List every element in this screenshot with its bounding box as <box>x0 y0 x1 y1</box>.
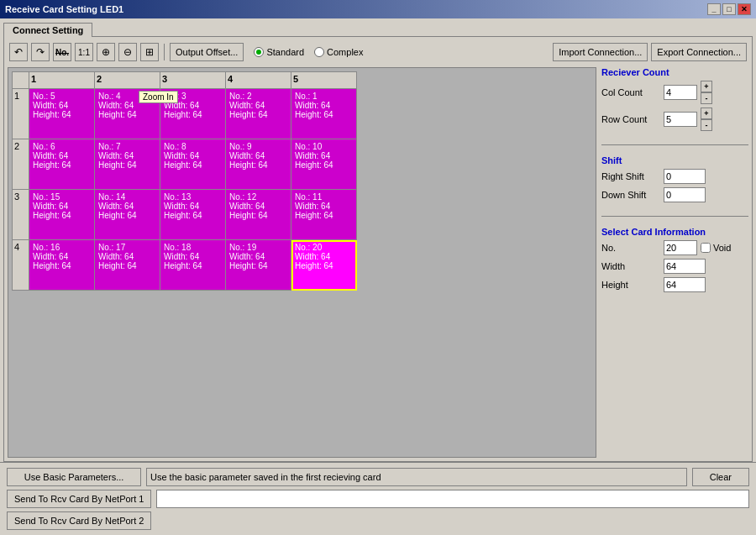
remove-button[interactable]: ⊖ <box>118 43 137 61</box>
table-row[interactable]: No.: 16Width: 64Height: 64 <box>29 240 95 291</box>
corner-header <box>13 72 29 89</box>
table-row[interactable]: No.: 8Width: 64Height: 64 <box>160 139 226 190</box>
add-icon: ⊕ <box>102 46 110 58</box>
row-count-decrement[interactable]: - <box>701 119 712 131</box>
col-header-4: 4 <box>226 72 291 89</box>
table-row[interactable]: No.: 19Width: 64Height: 64 <box>226 240 291 291</box>
card-height-label: Height <box>601 280 660 290</box>
table-row[interactable]: No.: 2Width: 64Height: 64 <box>226 89 291 139</box>
table-row[interactable]: No.: 1Width: 64Height: 64 <box>291 89 357 139</box>
right-panel: Reciever Count Col Count + - Row Count <box>601 67 748 458</box>
send-netport2-button[interactable]: Send To Rcv Card By NetPort 2 <box>7 511 151 530</box>
redo-icon: ↷ <box>36 46 45 58</box>
tab-connect-setting[interactable]: Connect Setting <box>3 23 92 37</box>
right-shift-row: Right Shift <box>601 169 748 184</box>
table-row[interactable]: No.: 18Width: 64Height: 64 <box>160 240 226 291</box>
select-card-title: Select Card Information <box>601 227 748 237</box>
remove-icon: ⊖ <box>123 46 132 58</box>
standard-radio[interactable]: Standard <box>254 47 304 57</box>
row-header-4: 4 <box>13 240 29 291</box>
void-checkbox[interactable] <box>701 243 711 253</box>
clear-button[interactable]: Clear <box>692 468 749 486</box>
right-shift-label: Right Shift <box>601 171 660 181</box>
send-netport1-button[interactable]: Send To Rcv Card By NetPort 1 <box>7 490 151 508</box>
col-count-label: Col Count <box>601 87 660 97</box>
col-header-3: 3 <box>160 72 226 89</box>
col-count-increment[interactable]: + <box>701 81 712 92</box>
col-count-decrement[interactable]: - <box>701 92 712 104</box>
table-row[interactable]: No.: 12Width: 64Height: 64 <box>226 190 291 240</box>
main-window: Connect Setting ↶ ↷ No. 1:1 ⊕ ⊖ <box>0 18 756 535</box>
row-count-increment[interactable]: + <box>701 108 712 119</box>
toolbar: ↶ ↷ No. 1:1 ⊕ ⊖ ⊞ Output Offset... <box>8 40 748 64</box>
window-controls: _ □ ✕ <box>707 3 751 15</box>
table-row[interactable]: No.: 11Width: 64Height: 64 <box>291 190 357 240</box>
one-to-one-button[interactable]: 1:1 <box>75 43 93 61</box>
col-count-input[interactable] <box>664 85 697 100</box>
maximize-button[interactable]: □ <box>722 3 736 15</box>
standard-radio-circle <box>254 47 264 57</box>
card-no-row: No. Void <box>601 240 748 255</box>
shift-title: Shift <box>601 155 748 165</box>
table-row[interactable]: No.: 15Width: 64Height: 64 <box>29 190 95 240</box>
down-shift-label: Down Shift <box>601 190 660 200</box>
table-row[interactable]: No.: 5Width: 64Height: 64 <box>29 89 95 139</box>
down-shift-input[interactable] <box>664 187 706 202</box>
import-connection-button[interactable]: Import Connection... <box>553 43 648 61</box>
grid-area: Zoom In 1 2 3 4 5 1No.: 5Width: 64Hei <box>8 67 596 458</box>
complex-label: Complex <box>327 47 363 57</box>
no-button[interactable]: No. <box>53 43 71 61</box>
minimize-button[interactable]: _ <box>707 3 721 15</box>
output-offset-button[interactable]: Output Offset... <box>170 43 244 61</box>
table-row[interactable]: No.: 7Width: 64Height: 64 <box>95 139 160 190</box>
void-checkbox-group: Void <box>701 243 731 253</box>
col-header-1: 1 <box>29 72 95 89</box>
redo-button[interactable]: ↷ <box>31 43 50 61</box>
table-row[interactable]: No.: 13Width: 64Height: 64 <box>160 190 226 240</box>
netport1-input[interactable] <box>156 490 749 508</box>
receiver-count-section: Reciever Count Col Count + - Row Count <box>601 67 748 134</box>
add-button[interactable]: ⊕ <box>97 43 115 61</box>
row-count-input[interactable] <box>664 112 697 127</box>
receiver-count-title: Reciever Count <box>601 67 748 77</box>
use-basic-hint-input <box>146 468 687 486</box>
grid-button[interactable]: ⊞ <box>140 43 159 61</box>
standard-label: Standard <box>266 47 304 57</box>
export-connection-button[interactable]: Export Connection... <box>651 43 747 61</box>
tab-bar: Connect Setting <box>0 18 756 36</box>
card-width-input[interactable] <box>664 259 706 274</box>
table-row[interactable]: No.: 9Width: 64Height: 64 <box>226 139 291 190</box>
row-count-row: Row Count + - <box>601 108 748 131</box>
down-shift-row: Down Shift <box>601 187 748 202</box>
import-export-group: Import Connection... Export Connection..… <box>553 43 747 61</box>
use-basic-params-button[interactable]: Use Basic Parameters... <box>7 468 141 486</box>
card-height-input[interactable] <box>664 277 706 292</box>
row-header-3: 3 <box>13 190 29 240</box>
undo-button[interactable]: ↶ <box>9 43 28 61</box>
window-title: Receive Card Setting LED1 <box>5 4 123 14</box>
table-row[interactable]: No.: 17Width: 64Height: 64 <box>95 240 160 291</box>
close-button[interactable]: ✕ <box>738 3 751 15</box>
table-row[interactable]: No.: 6Width: 64Height: 64 <box>29 139 95 190</box>
table-row[interactable]: No.: 10Width: 64Height: 64 <box>291 139 357 190</box>
main-body: Zoom In 1 2 3 4 5 1No.: 5Width: 64Hei <box>8 67 748 458</box>
right-shift-input[interactable] <box>664 169 706 184</box>
bottom-bar: Use Basic Parameters... Clear Send To Rc… <box>0 462 756 535</box>
complex-radio[interactable]: Complex <box>314 47 363 57</box>
divider-1 <box>601 144 748 145</box>
col-header-5: 5 <box>291 72 357 89</box>
table-row[interactable]: No.: 20Width: 64Height: 64 <box>291 240 357 291</box>
card-height-row: Height <box>601 277 748 292</box>
table-row[interactable]: No.: 14Width: 64Height: 64 <box>95 190 160 240</box>
col-count-spin: + - <box>701 81 712 104</box>
grid-table: 1 2 3 4 5 1No.: 5Width: 64Height: 64No.:… <box>12 71 357 291</box>
toolbar-separator <box>164 44 165 60</box>
grid-icon: ⊞ <box>145 46 154 58</box>
card-no-input[interactable] <box>664 240 697 255</box>
card-width-label: Width <box>601 261 660 271</box>
row-count-label: Row Count <box>601 114 660 124</box>
select-card-section: Select Card Information No. Void Width <box>601 227 748 296</box>
shift-section: Shift Right Shift Down Shift <box>601 155 748 206</box>
card-no-label: No. <box>601 243 660 253</box>
mode-radio-group: Standard Complex <box>254 47 363 57</box>
